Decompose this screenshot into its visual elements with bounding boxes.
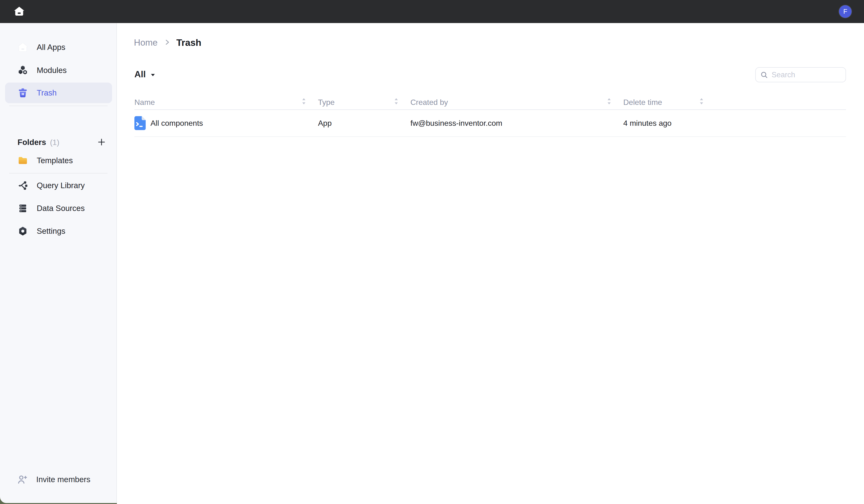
table-header-row: Name Type Created by (134, 95, 846, 110)
column-label: Type (318, 98, 335, 107)
column-header-type[interactable]: Type (318, 97, 410, 107)
column-label: Delete time (623, 98, 662, 107)
sidebar-item-label: Settings (37, 227, 65, 236)
sidebar-divider (9, 106, 108, 106)
sidebar-item-modules[interactable]: Modules (5, 60, 112, 81)
table-row[interactable]: All components App fw@business-inventor.… (134, 110, 846, 137)
column-header-created-by[interactable]: Created by (410, 97, 623, 107)
sidebar-item-query-library[interactable]: Query Library (5, 175, 112, 196)
all-apps-home-icon (17, 42, 28, 52)
trash-icon (17, 87, 28, 98)
row-created-by-cell: fw@business-inventor.com (410, 119, 623, 128)
invite-members-label: Invite members (36, 475, 91, 484)
invite-person-plus-icon (17, 474, 28, 485)
sidebar: All Apps Modules (0, 23, 117, 503)
column-header-delete-time[interactable]: Delete time (623, 97, 716, 107)
main-content: Home Trash All (117, 23, 864, 504)
page-title: Trash (176, 37, 201, 48)
modules-icon (17, 65, 28, 75)
search-input[interactable] (771, 71, 841, 79)
sidebar-item-label: Data Sources (37, 204, 85, 213)
sidebar-item-all-apps[interactable]: All Apps (5, 37, 112, 58)
chevron-right-icon (164, 39, 171, 47)
app-root: F All Apps Modules (0, 0, 864, 504)
row-name-text: All components (151, 119, 203, 128)
breadcrumb-home-link[interactable]: Home (134, 38, 158, 48)
breadcrumb: Home Trash (134, 36, 201, 49)
sidebar-item-settings[interactable]: Settings (5, 221, 112, 241)
sidebar-item-data-sources[interactable]: Data Sources (5, 198, 112, 219)
search-icon (760, 71, 768, 79)
sidebar-item-label: All Apps (37, 43, 65, 52)
folder-icon (17, 155, 28, 166)
sidebar-item-label: Templates (37, 156, 73, 165)
home-button[interactable] (12, 5, 26, 18)
app-file-icon (134, 116, 146, 130)
plus-icon (97, 137, 106, 147)
row-name-cell: All components (134, 116, 318, 130)
user-avatar[interactable]: F (839, 5, 852, 18)
search-box (755, 67, 846, 82)
sort-icon[interactable] (607, 97, 612, 107)
sidebar-divider (9, 173, 108, 173)
settings-icon (17, 226, 28, 237)
invite-members-button[interactable]: Invite members (5, 470, 112, 489)
sidebar-item-label: Query Library (37, 181, 85, 190)
filter-selected-value: All (134, 69, 146, 80)
add-folder-button[interactable] (96, 136, 107, 148)
sidebar-item-templates[interactable]: Templates (5, 150, 112, 171)
type-filter-dropdown[interactable]: All (134, 68, 155, 81)
sort-icon[interactable] (699, 97, 704, 107)
query-library-icon (17, 180, 28, 191)
folders-label: Folders (17, 138, 46, 147)
topbar: F (0, 0, 864, 23)
row-type-cell: App (318, 119, 410, 128)
folders-count: (1) (50, 138, 59, 147)
caret-down-icon (151, 73, 155, 77)
sort-icon[interactable] (301, 97, 307, 107)
column-header-name[interactable]: Name (134, 97, 318, 107)
sidebar-item-label: Trash (37, 88, 57, 97)
home-icon (14, 6, 25, 17)
trash-table: Name Type Created by (134, 95, 846, 137)
column-label: Created by (410, 98, 448, 107)
sidebar-item-label: Modules (37, 66, 67, 75)
folders-header: Folders (1) (0, 133, 117, 151)
sidebar-item-trash[interactable]: Trash (5, 83, 112, 103)
data-sources-icon (17, 203, 28, 214)
sort-icon[interactable] (394, 97, 399, 107)
column-label: Name (134, 98, 155, 107)
row-delete-time-cell: 4 minutes ago (623, 119, 716, 128)
